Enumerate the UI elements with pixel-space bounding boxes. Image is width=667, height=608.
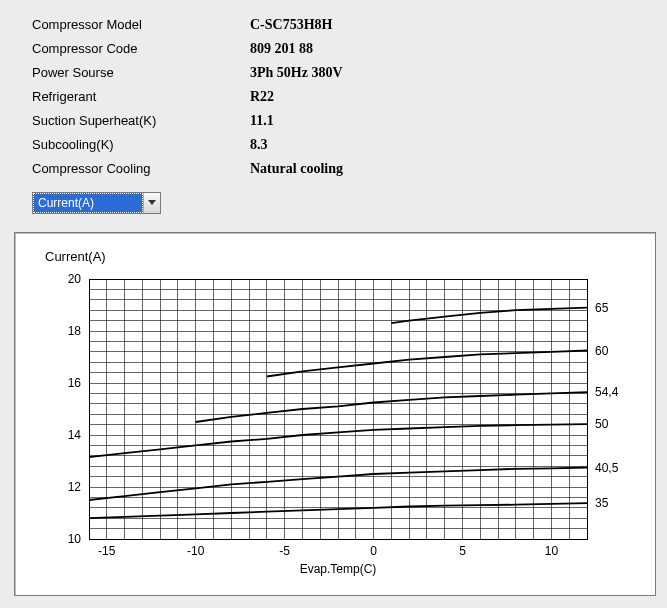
series-label: 54,4 xyxy=(595,385,619,399)
spec-label: Refrigerant xyxy=(32,86,250,108)
spec-label: Compressor Cooling xyxy=(32,158,250,180)
svg-text:-15: -15 xyxy=(98,544,116,558)
series-label: 50 xyxy=(595,417,609,431)
spec-label: Compressor Code xyxy=(32,38,250,60)
svg-text:18: 18 xyxy=(68,324,82,338)
spec-row: Suction Superheat(K)11.1 xyxy=(32,110,667,132)
spec-value: Natural cooling xyxy=(250,158,343,180)
svg-text:16: 16 xyxy=(68,376,82,390)
spec-value: 809 201 88 xyxy=(250,38,313,60)
spec-value: C-SC753H8H xyxy=(250,14,332,36)
chevron-down-icon xyxy=(143,193,160,213)
series-label: 35 xyxy=(595,496,609,510)
spec-value: 3Ph 50Hz 380V xyxy=(250,62,343,84)
svg-text:10: 10 xyxy=(545,544,559,558)
spec-row: Compressor CoolingNatural cooling xyxy=(32,158,667,180)
spec-row: Power Sourse3Ph 50Hz 380V xyxy=(32,62,667,84)
spec-row: Compressor ModelC-SC753H8H xyxy=(32,14,667,36)
spec-row: Compressor Code809 201 88 xyxy=(32,38,667,60)
spec-label: Compressor Model xyxy=(32,14,250,36)
chart-plot: -15-10-50510101214161820Evap.Temp(C)6560… xyxy=(41,267,641,577)
svg-text:12: 12 xyxy=(68,480,82,494)
svg-text:20: 20 xyxy=(68,272,82,286)
spec-value: 8.3 xyxy=(250,134,268,156)
series-label: 65 xyxy=(595,301,609,315)
spec-label: Power Sourse xyxy=(32,62,250,84)
spec-label: Suction Superheat(K) xyxy=(32,110,250,132)
chart-panel: Current(A) -15-10-50510101214161820Evap.… xyxy=(14,232,656,596)
spec-row: Subcooling(K)8.3 xyxy=(32,134,667,156)
svg-text:0: 0 xyxy=(370,544,377,558)
svg-text:Evap.Temp(C): Evap.Temp(C) xyxy=(300,562,377,576)
svg-text:14: 14 xyxy=(68,428,82,442)
spec-value: R22 xyxy=(250,86,274,108)
spec-value: 11.1 xyxy=(250,110,274,132)
series-label: 60 xyxy=(595,344,609,358)
svg-text:10: 10 xyxy=(68,532,82,546)
chart-title: Current(A) xyxy=(45,249,106,264)
spec-table: Compressor ModelC-SC753H8HCompressor Cod… xyxy=(0,0,667,180)
dropdown-selected: Current(A) xyxy=(33,193,143,213)
spec-row: RefrigerantR22 xyxy=(32,86,667,108)
svg-text:-5: -5 xyxy=(279,544,290,558)
spec-label: Subcooling(K) xyxy=(32,134,250,156)
series-label: 40,5 xyxy=(595,461,619,475)
svg-text:-10: -10 xyxy=(187,544,205,558)
metric-dropdown[interactable]: Current(A) xyxy=(32,192,161,214)
svg-text:5: 5 xyxy=(459,544,466,558)
